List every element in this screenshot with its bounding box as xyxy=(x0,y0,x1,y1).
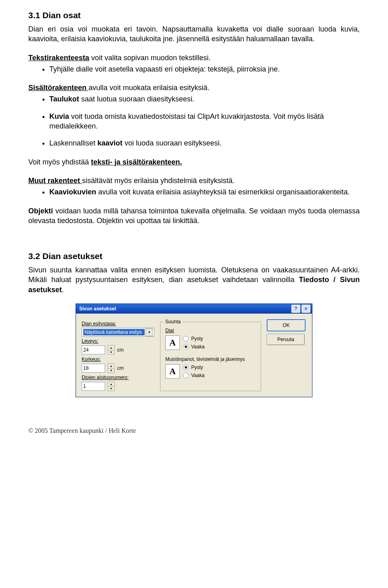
aloitus-value: 1 xyxy=(83,384,86,389)
list-2: Taulukot saat luotua suoraan diaesitykse… xyxy=(28,94,360,148)
orientation-portrait-icon: A xyxy=(165,364,180,379)
korkeus-field[interactable]: 18 xyxy=(82,364,105,373)
diat-pysty-radio[interactable]: Pysty xyxy=(183,336,205,341)
text: voit tuoda omista kuvatiedostoistasi tai… xyxy=(49,112,324,130)
esitystapa-value: Näytössä katseltava esitys xyxy=(83,329,145,335)
heading-3-1: 3.1 Dian osat xyxy=(28,11,360,20)
radio-checked-icon xyxy=(183,344,189,350)
text: voidaan luoda millä tahansa toimintoa tu… xyxy=(28,207,360,225)
dialog-col-right: OK Peruuta xyxy=(267,319,307,391)
term-tekstirakenteesta: Tekstirakenteesta xyxy=(28,54,89,62)
text: voit valita sopivan muodon tekstillesi. xyxy=(89,54,211,62)
icon-letter: A xyxy=(169,366,176,377)
list-item-kaaviokuvien: Kaaviokuvien avulla voit kuvata erilaisi… xyxy=(49,187,360,197)
term-kaaviot: kaaviot xyxy=(97,139,122,147)
aloitus-spinner[interactable]: ▲▼ xyxy=(108,381,115,391)
suunta-groupbox: Suunta Diat A Pysty xyxy=(160,322,261,391)
text: saat luotua suoraan diaesitykseesi. xyxy=(79,95,194,103)
radio-icon xyxy=(183,336,189,341)
text: sisältävät myös erilaisia yhdistelmiä es… xyxy=(82,177,234,185)
term-sisaltorakenteen: Sisältörakenteen xyxy=(28,84,89,92)
esitystapa-combo[interactable]: Näytössä katseltava esitys ▾ xyxy=(82,328,154,337)
diat-label: Diat xyxy=(165,328,257,333)
korkeus-spinner[interactable]: ▲▼ xyxy=(108,363,115,373)
term-teksti-sisalto: teksti- ja sisältörakenteen. xyxy=(91,158,182,166)
leveys-field[interactable]: 24 xyxy=(82,346,105,354)
list-item-kaaviot: Laskennalliset kaaviot voi luoda suoraan… xyxy=(49,138,360,148)
radio-icon xyxy=(183,373,189,378)
text: avulla voit kuvata erilaisia asiayhteyks… xyxy=(96,188,350,196)
term-objekti: Objekti xyxy=(28,207,53,215)
term-kuvia: Kuvia xyxy=(49,112,69,120)
radio-label: Pysty xyxy=(191,336,203,341)
korkeus-label: Korkeus: xyxy=(82,356,154,362)
list-item-taulukot: Taulukot saat luotua suoraan diaesitykse… xyxy=(49,94,360,104)
text: avulla voit muokata erilaisia esityksiä. xyxy=(89,84,209,92)
korkeus-value: 18 xyxy=(83,365,89,371)
paragraph-asetukset: Sivun suunta kannattaa valita ennen esit… xyxy=(28,265,360,295)
text: voi luoda suoraan esitykseesi. xyxy=(122,139,221,147)
muist-label: Muistiinpanot, tiivistelmät ja jäsennys xyxy=(165,356,257,362)
dialog-col-left: Dian esitystapa: Näytössä katseltava esi… xyxy=(82,319,154,391)
aloitus-field[interactable]: 1 xyxy=(82,382,105,391)
text: Voit myös yhdistää xyxy=(28,158,91,166)
list-1: Tyhjälle dialle voit asetella vapaasti e… xyxy=(28,64,360,74)
list-3: Kaaviokuvien avulla voit kuvata erilaisi… xyxy=(28,187,360,197)
leveys-value: 24 xyxy=(83,347,89,353)
unit-label: cm xyxy=(117,347,124,353)
paragraph-tekstirakenteesta: Tekstirakenteesta voit valita sopivan mu… xyxy=(28,53,360,63)
text: . xyxy=(62,286,64,294)
unit-label: cm xyxy=(117,365,124,371)
close-button[interactable]: × xyxy=(302,305,310,313)
paragraph-intro: Dian eri osia voi muokata eri tavoin. Na… xyxy=(28,24,360,44)
orientation-landscape-icon: A xyxy=(165,335,180,350)
heading-3-2: 3.2 Dian asetukset xyxy=(28,251,360,261)
titlebar-controls: ? × xyxy=(291,305,310,313)
radio-label: Vaaka xyxy=(191,373,205,378)
icon-letter: A xyxy=(169,337,176,348)
list-item-kuvia: Kuvia voit tuoda omista kuvatiedostoista… xyxy=(49,112,360,131)
term-taulukot: Taulukot xyxy=(49,95,79,103)
radio-label: Vaaka xyxy=(191,344,205,350)
paragraph-yhdistaa: Voit myös yhdistää teksti- ja sisältörak… xyxy=(28,157,360,167)
cancel-button[interactable]: Peruuta xyxy=(267,334,305,345)
paragraph-muut-rakenteet: Muut rakenteet sisältävät myös erilaisia… xyxy=(28,176,360,185)
chevron-down-icon[interactable]: ▾ xyxy=(146,328,153,336)
radio-label: Pysty xyxy=(191,365,203,370)
diat-vaaka-radio[interactable]: Vaaka xyxy=(183,344,205,350)
aloitus-label: Diojen aloitusnumero: xyxy=(82,375,154,380)
muist-vaaka-radio[interactable]: Vaaka xyxy=(183,373,205,378)
paragraph-sisaltorakenteen: Sisältörakenteen avulla voit muokata eri… xyxy=(28,83,360,93)
ok-button[interactable]: OK xyxy=(267,319,306,331)
dialog-body: Dian esitystapa: Näytössä katseltava esi… xyxy=(76,314,312,397)
leveys-label: Leveys: xyxy=(82,338,154,344)
suunta-legend: Suunta xyxy=(164,319,182,325)
page-setup-dialog: Sivun asetukset ? × Dian esitystapa: Näy… xyxy=(76,303,312,397)
page-footer: © 2005 Tampereen kaupunki / Heli Korte xyxy=(28,427,136,434)
text: Laskennalliset xyxy=(49,139,97,147)
term-kaaviokuvien: Kaaviokuvien xyxy=(49,188,96,196)
dialog-col-mid: Suunta Diat A Pysty xyxy=(160,319,261,391)
leveys-spinner[interactable]: ▲▼ xyxy=(108,345,115,355)
term-muut-rakenteet: Muut rakenteet xyxy=(28,177,82,185)
muist-pysty-radio[interactable]: Pysty xyxy=(183,365,205,370)
dialog-titlebar[interactable]: Sivun asetukset ? × xyxy=(76,304,312,314)
radio-checked-icon xyxy=(183,365,189,370)
help-button[interactable]: ? xyxy=(291,305,300,313)
list-item-tyhjalle: Tyhjälle dialle voit asetella vapaasti e… xyxy=(49,64,360,74)
esitystapa-label: Dian esitystapa: xyxy=(82,321,154,327)
paragraph-objekti: Objekti voidaan luoda millä tahansa toim… xyxy=(28,206,360,226)
dialog-title: Sivun asetukset xyxy=(79,306,116,312)
